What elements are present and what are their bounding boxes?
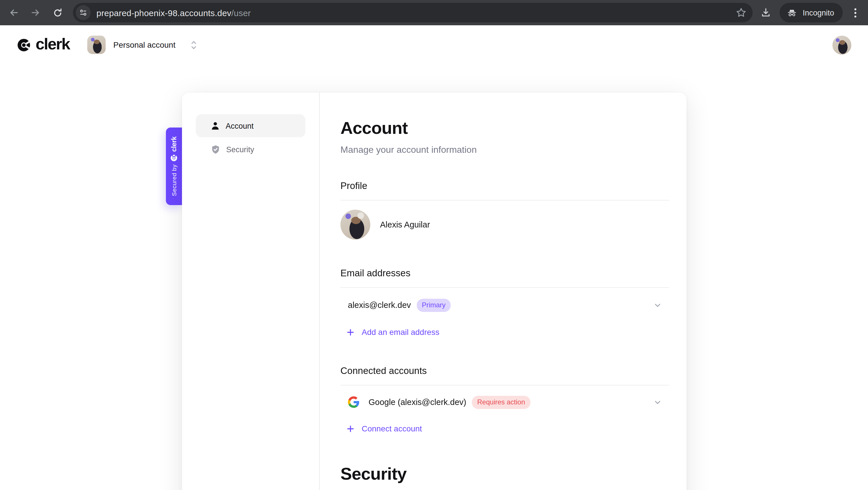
email-row-expand-button[interactable] bbox=[654, 301, 661, 309]
reload-icon bbox=[52, 7, 63, 18]
account-switcher-label: Personal account bbox=[113, 40, 175, 49]
connected-account-label: Google (alexis@clerk.dev) bbox=[369, 398, 466, 407]
account-title: Account bbox=[340, 117, 670, 139]
site-settings-button[interactable] bbox=[76, 5, 91, 20]
sidebar-item-label: Account bbox=[226, 121, 254, 130]
user-profile-card: Account Security Account Manage your acc… bbox=[182, 92, 687, 490]
profile-heading: Profile bbox=[340, 180, 670, 191]
email-addresses-heading: Email addresses bbox=[340, 267, 670, 279]
secured-by-brand: clerk bbox=[170, 137, 178, 152]
email-row[interactable]: alexis@clerk.dev Primary bbox=[340, 288, 670, 322]
back-button[interactable] bbox=[8, 7, 20, 19]
connected-account-row[interactable]: Google (alexis@clerk.dev) Requires actio… bbox=[340, 385, 670, 419]
url-text: prepared-phoenix-98.accounts.dev/user bbox=[96, 8, 731, 18]
security-subtitle: Manage your security preferences bbox=[340, 487, 670, 490]
profile-name: Alexis Aguilar bbox=[380, 220, 430, 229]
sidebar-item-label: Security bbox=[226, 145, 254, 154]
profile-row: Alexis Aguilar bbox=[340, 200, 670, 239]
back-icon bbox=[8, 7, 20, 19]
profile-section: Profile Alexis Aguilar bbox=[340, 180, 670, 239]
secured-by-clerk-badge[interactable]: Secured by clerk bbox=[166, 127, 182, 205]
connect-account-button[interactable]: Connect account bbox=[340, 419, 670, 438]
primary-badge: Primary bbox=[417, 298, 451, 312]
incognito-label: Incognito bbox=[803, 8, 834, 17]
browser-window: prepared-phoenix-98.accounts.dev/user In… bbox=[0, 0, 868, 490]
connected-accounts-heading: Connected accounts bbox=[340, 365, 670, 376]
star-icon bbox=[735, 7, 747, 19]
download-icon bbox=[760, 7, 772, 19]
downloads-button[interactable] bbox=[760, 7, 772, 19]
url-bar[interactable]: prepared-phoenix-98.accounts.dev/user bbox=[73, 3, 753, 22]
clerk-wordmark: clerk bbox=[36, 36, 70, 54]
connected-row-expand-button[interactable] bbox=[654, 398, 661, 406]
url-path: /user bbox=[231, 8, 251, 18]
bookmark-button[interactable] bbox=[735, 7, 747, 19]
kebab-menu-icon bbox=[854, 8, 857, 18]
plus-icon bbox=[347, 425, 354, 432]
person-icon bbox=[211, 121, 220, 131]
site-header: clerk Personal account bbox=[0, 25, 868, 64]
clerk-logo-icon bbox=[171, 154, 178, 162]
card-content: Account Manage your account information … bbox=[320, 92, 687, 490]
workspace-avatar bbox=[88, 36, 106, 54]
secured-by-prefix: Secured by bbox=[171, 164, 178, 196]
secured-by-content: Secured by clerk bbox=[166, 127, 182, 205]
chevron-down-icon bbox=[654, 301, 661, 309]
connect-account-label: Connect account bbox=[362, 424, 422, 433]
email-address: alexis@clerk.dev bbox=[348, 300, 411, 310]
card-sidebar: Account Security bbox=[182, 92, 319, 490]
reload-button[interactable] bbox=[52, 7, 63, 19]
sort-chevrons-icon bbox=[190, 39, 197, 50]
user-avatar[interactable] bbox=[832, 35, 851, 54]
google-icon bbox=[348, 396, 360, 408]
plus-icon bbox=[347, 328, 354, 336]
requires-action-badge: Requires action bbox=[472, 396, 530, 409]
chevron-down-icon bbox=[654, 398, 661, 406]
forward-icon bbox=[30, 7, 41, 19]
connected-accounts-section: Connected accounts Google (alexis@clerk.… bbox=[340, 365, 670, 438]
clerk-brand: clerk bbox=[17, 36, 70, 54]
url-domain: prepared-phoenix-98.accounts.dev bbox=[96, 8, 231, 18]
sidebar-item-security[interactable]: Security bbox=[196, 139, 305, 160]
email-addresses-section: Email addresses alexis@clerk.dev Primary… bbox=[340, 267, 670, 342]
profile-avatar bbox=[340, 210, 370, 239]
security-title: Security bbox=[340, 463, 670, 485]
add-email-label: Add an email address bbox=[362, 327, 439, 337]
incognito-badge: Incognito bbox=[780, 3, 843, 22]
incognito-icon bbox=[786, 7, 797, 18]
shield-check-icon bbox=[211, 145, 220, 154]
browser-menu-button[interactable] bbox=[849, 8, 861, 18]
account-switcher[interactable]: Personal account bbox=[88, 36, 197, 54]
account-subtitle: Manage your account information bbox=[340, 143, 670, 157]
clerk-logo-icon bbox=[17, 38, 30, 51]
add-email-button[interactable]: Add an email address bbox=[340, 322, 670, 342]
forward-button[interactable] bbox=[30, 7, 41, 19]
tune-icon bbox=[79, 8, 88, 17]
browser-toolbar: prepared-phoenix-98.accounts.dev/user In… bbox=[0, 0, 868, 25]
screen: prepared-phoenix-98.accounts.dev/user In… bbox=[0, 0, 868, 490]
sidebar-item-account[interactable]: Account bbox=[196, 114, 305, 137]
